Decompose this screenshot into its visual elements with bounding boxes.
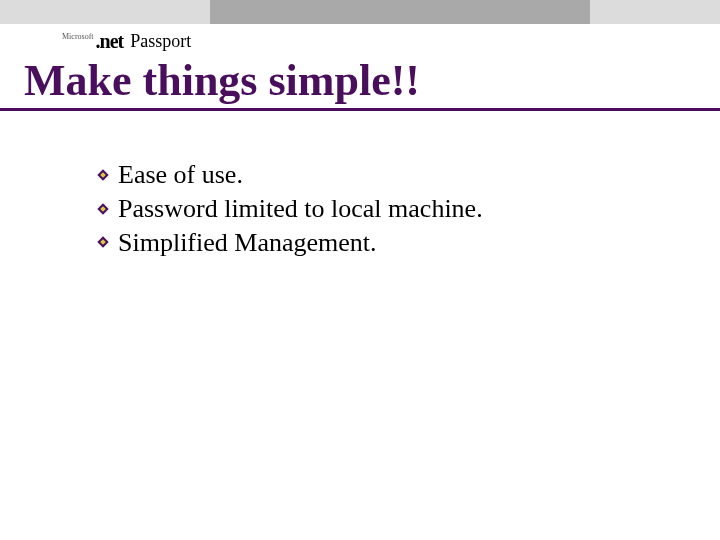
top-bar-dark — [210, 0, 590, 24]
diamond-bullet-icon — [96, 168, 110, 182]
slide: Microsoft .net Passport Make things simp… — [0, 0, 720, 540]
passport-logo: Microsoft .net Passport — [62, 30, 191, 53]
logo-passport-text: Passport — [130, 31, 191, 52]
list-item: Simplified Management. — [96, 226, 483, 260]
diamond-bullet-icon — [96, 202, 110, 216]
bullet-list: Ease of use. Password limited to local m… — [96, 158, 483, 259]
title-underline — [0, 108, 720, 111]
list-item: Ease of use. — [96, 158, 483, 192]
logo-dotnet-text: .net — [96, 30, 124, 53]
list-item: Password limited to local machine. — [96, 192, 483, 226]
logo-microsoft-text: Microsoft — [62, 32, 94, 41]
bullet-text: Password limited to local machine. — [118, 192, 483, 226]
slide-title: Make things simple!! — [24, 58, 420, 104]
bullet-text: Simplified Management. — [118, 226, 377, 260]
bullet-text: Ease of use. — [118, 158, 243, 192]
diamond-bullet-icon — [96, 235, 110, 249]
